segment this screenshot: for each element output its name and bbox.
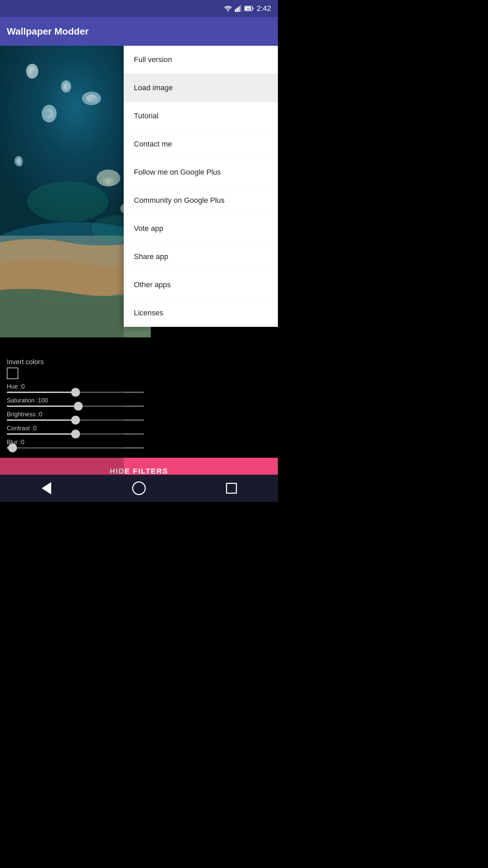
menu-item-load-image[interactable]: Load image [124, 74, 278, 102]
menu-item-share-app[interactable]: Share app [124, 243, 278, 271]
svg-rect-2 [237, 8, 238, 12]
wifi-icon [224, 5, 232, 12]
svg-rect-4 [240, 5, 241, 12]
battery-icon: 72 [244, 5, 254, 12]
svg-rect-3 [238, 6, 240, 12]
menu-item-vote-app[interactable]: Vote app [124, 215, 278, 243]
menu-overlay[interactable] [0, 46, 124, 485]
menu-item-contact-me[interactable]: Contact me [124, 130, 278, 158]
recents-button[interactable] [221, 478, 242, 498]
app-bar: Wallpaper Modder [0, 17, 278, 46]
status-bar: 72 2:42 [0, 0, 278, 17]
menu-item-other-apps[interactable]: Other apps [124, 271, 278, 299]
menu-item-tutorial[interactable]: Tutorial [124, 102, 278, 130]
signal-icon [235, 5, 242, 12]
svg-rect-1 [235, 9, 236, 12]
bottom-nav-bar [0, 475, 278, 502]
dropdown-menu: Full version Load image Tutorial Contact… [124, 46, 278, 327]
menu-item-full-version[interactable]: Full version [124, 46, 278, 74]
menu-item-licenses[interactable]: Licenses [124, 299, 278, 327]
app-title: Wallpaper Modder [7, 26, 89, 37]
home-button[interactable] [129, 478, 149, 498]
svg-rect-6 [252, 7, 253, 9]
svg-text:72: 72 [246, 7, 250, 11]
menu-item-follow-google-plus[interactable]: Follow me on Google Plus [124, 158, 278, 186]
svg-point-0 [227, 10, 229, 12]
status-icons: 72 2:42 [224, 4, 271, 13]
back-button[interactable] [36, 478, 57, 498]
menu-item-community-google-plus[interactable]: Community on Google Plus [124, 186, 278, 215]
status-time: 2:42 [257, 4, 271, 13]
